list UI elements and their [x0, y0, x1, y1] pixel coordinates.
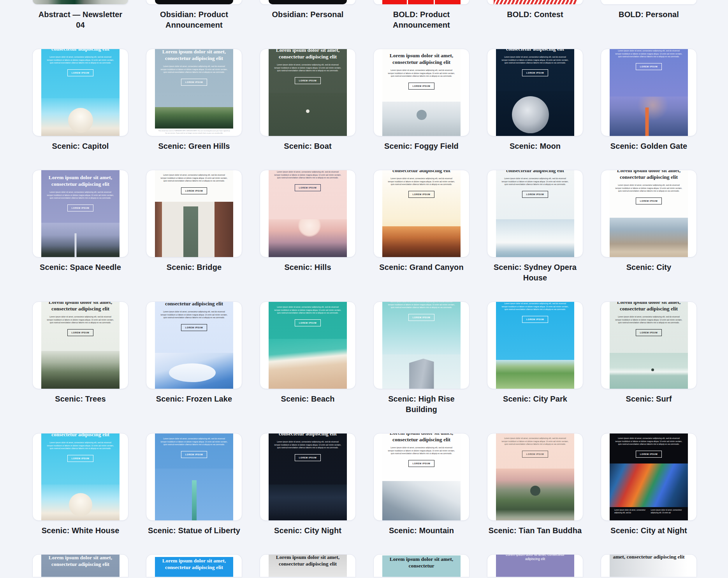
- template-card[interactable]: Lorem ipsum dolor sit amet, consectetur …: [146, 433, 242, 521]
- template-label: Obsidian: Product Announcement: [146, 9, 242, 30]
- scene-orb: [637, 97, 668, 121]
- template-card[interactable]: [260, 0, 356, 5]
- template-cell: Lorem ipsum dolor sit amet, consectetur …: [146, 554, 242, 577]
- template-cell: Lorem ipsum dolor sit amet, consectetur …: [32, 554, 128, 577]
- stub-inner: Lorem ipsum dolor sit amet, consectetur …: [41, 555, 120, 577]
- stub-inner: Lorem ipsum dolor sit amet, consectetur …: [496, 555, 574, 577]
- preview-scene: [382, 226, 461, 257]
- preview-body: Lorem ipsum dolor sit amet, consectetur …: [382, 177, 461, 186]
- template-preview: Lorem ipsum dolor sit amet, consectetur …: [155, 49, 233, 136]
- template-cell: Lorem ipsum dolor sit amet, consectetur …: [260, 170, 356, 283]
- preview-cta-button: LOREM IPSUM: [636, 197, 662, 204]
- template-preview: Lorem ipsum dolor sit amet, consectetur …: [610, 302, 688, 389]
- preview-content: Lorem ipsum dolor sit amet, consectetur …: [269, 306, 347, 326]
- preview-cta-button: LOREM IPSUM: [181, 324, 207, 331]
- template-card[interactable]: Lorem ipsum dolor sit amet, consectetur …: [146, 301, 242, 389]
- template-card[interactable]: Lorem ipsum dolor sit amet, consectetur …: [601, 170, 697, 257]
- template-card[interactable]: Lorem ipsum dolor sit amet, consectetur …: [146, 554, 242, 577]
- preview-scene: [269, 93, 347, 137]
- template-card[interactable]: Lorem ipsum dolor sit amet, consectetur …: [487, 433, 583, 521]
- template-card[interactable]: [373, 0, 470, 5]
- template-cell: Lorem ipsum dolor sit amet, consectetur …: [146, 170, 242, 283]
- template-label: Scenic: Green Hills: [146, 141, 242, 152]
- preview-cta-button: LOREM IPSUM: [181, 187, 207, 194]
- preview-scene: [155, 353, 233, 389]
- template-card[interactable]: Lorem ipsum dolor sit amet, consectetur …: [601, 49, 697, 136]
- preview-body: Lorem ipsum dolor sit amet, consectetur …: [41, 56, 120, 65]
- template-card[interactable]: [32, 0, 128, 5]
- preview-scene: [41, 223, 120, 257]
- template-preview: Lorem ipsum dolor sit amet, consectetur …: [41, 302, 120, 389]
- template-label: Scenic: Moon: [487, 141, 583, 152]
- template-card[interactable]: Lorem ipsum dolor sit amet, consectetur …: [487, 301, 583, 389]
- template-card[interactable]: [487, 0, 583, 5]
- template-card[interactable]: [146, 0, 242, 5]
- template-cell: Lorem ipsum dolor sit amet, consectetur …: [32, 301, 128, 415]
- preview-cta-button: LOREM IPSUM: [67, 69, 93, 76]
- template-label: Scenic: Grand Canyon: [373, 262, 470, 273]
- template-card[interactable]: Lorem ipsum dolor sit amet, consectetur …: [373, 170, 470, 257]
- preview-cta-button: LOREM IPSUM: [408, 83, 434, 90]
- template-label: Scenic: Boat: [260, 141, 356, 152]
- preview-body: Lorem ipsum dolor sit amet, consectetur …: [269, 171, 347, 180]
- preview-scene: [269, 219, 347, 257]
- template-card[interactable]: Lorem ipsum dolor sit amet, consectetur …: [260, 49, 356, 136]
- stub-inner: amet, consectetur adipiscing elit: [610, 555, 688, 577]
- template-preview: Lorem ipsum dolor sit amet, consectetur …: [41, 170, 120, 257]
- preview-scene: [41, 98, 120, 136]
- preview-content: Lorem ipsum dolor sit amet, consectetur …: [382, 170, 461, 198]
- template-preview: Lorem ipsum dolor sit amet, consectetur …: [382, 302, 461, 389]
- template-cell: Lorem ipsum dolor sit amet, consectetur …: [487, 301, 583, 415]
- template-preview: Lorem ipsum dolor sit amet, consectetur …: [155, 170, 233, 257]
- template-card[interactable]: Lorem ipsum dolor sit amet, consectetur …: [487, 170, 583, 257]
- template-preview-strip: [601, 0, 696, 4]
- stub-heading: Lorem ipsum dolor sit amet, consectetur …: [496, 555, 574, 561]
- preview-body: Lorem ipsum dolor sit amet, consectetur …: [269, 306, 347, 315]
- template-label: Scenic: Trees: [32, 394, 128, 404]
- scene-orb: [69, 493, 92, 516]
- template-cell: Lorem ipsum dolor sit amet, consectetur …: [146, 301, 242, 415]
- template-card[interactable]: [601, 0, 697, 5]
- template-cell: Lorem ipsum dolor sit amet, consectetur …: [487, 170, 583, 283]
- template-cell: Lorem ipsum dolor sit amet, consectetur …: [601, 301, 697, 415]
- template-cell: Lorem ipsum dolor sit amet, consectetur …: [373, 170, 470, 283]
- template-cell: Lorem ipsum dolor sit amet, consectetur …: [373, 301, 470, 415]
- template-card[interactable]: Lorem ipsum dolor sit amet, consectetur …: [32, 433, 128, 521]
- template-card[interactable]: Lorem ipsum dolor sit amet, consectetur …: [32, 301, 128, 389]
- template-card[interactable]: Lorem ipsum dolor sit amet, consectetur …: [260, 433, 356, 521]
- preview-heading: Lorem ipsum dolor sit amet, consectetur …: [496, 49, 574, 52]
- template-card[interactable]: Lorem ipsum dolor sit amet, consectetur …: [146, 170, 242, 257]
- preview-heading: Lorem ipsum dolor sit amet, consectetur …: [155, 302, 233, 307]
- template-card[interactable]: Lorem ipsum dolor sit amet, consectetur …: [601, 433, 697, 521]
- preview-content: Lorem ipsum dolor sit amet, consectetur …: [496, 49, 574, 76]
- preview-scene: [496, 219, 574, 257]
- template-card[interactable]: Lorem ipsum dolor sit amet, consectetur …: [373, 301, 470, 389]
- template-card[interactable]: amet, consectetur adipiscing elit: [601, 554, 697, 577]
- template-preview: Lorem ipsum dolor sit amet, consectetur …: [610, 49, 688, 136]
- template-cell: Lorem ipsum dolor sit amet, consectetur …: [373, 433, 470, 536]
- template-card[interactable]: Lorem ipsum dolor sit amet, consectetur …: [146, 49, 242, 136]
- template-label: Scenic: Capitol: [32, 141, 128, 152]
- preview-content: Lorem ipsum dolor sit amet, consectetur …: [382, 302, 461, 321]
- template-card[interactable]: Lorem ipsum dolor sit amet, consectetur …: [32, 554, 128, 577]
- template-card[interactable]: Lorem ipsum dolor sit amet, consectetur …: [260, 170, 356, 257]
- template-cell: Lorem ipsum dolor sit amet, consectetur …: [487, 433, 583, 536]
- template-card[interactable]: Lorem ipsum dolor sit amet, consectetur …: [32, 49, 128, 136]
- template-cell: Lorem ipsum dolor sit amet, consectetur …: [260, 301, 356, 415]
- template-card[interactable]: Lorem ipsum dolor sit amet, consectetur …: [487, 49, 583, 136]
- template-card[interactable]: Lorem ipsum dolor sit amet, consectetur …: [32, 170, 128, 257]
- preview-body: Lorem ipsum dolor sit amet, consectetur …: [496, 56, 574, 65]
- template-card[interactable]: Lorem ipsum dolor sit amet, consectetur …: [373, 433, 470, 521]
- preview-content: Lorem ipsum dolor sit amet, consectetur …: [155, 437, 233, 458]
- template-card[interactable]: Lorem ipsum dolor sit amet, consectetur …: [260, 301, 356, 389]
- template-card[interactable]: Lorem ipsum dolor sit amet, consectetur …: [260, 554, 356, 577]
- template-card[interactable]: Lorem ipsum dolor sit amet, consectetur …: [601, 301, 697, 389]
- preview-cta-button: LOREM IPSUM: [408, 460, 434, 467]
- template-card[interactable]: Lorem ipsum dolor sit amet, consectetur …: [487, 554, 583, 577]
- preview-scene: [496, 360, 574, 389]
- preview-scene: [382, 481, 461, 521]
- stub-heading: Lorem ipsum dolor sit amet, consectetur …: [155, 557, 233, 571]
- preview-cta-button: LOREM IPSUM: [181, 451, 207, 458]
- template-card[interactable]: Lorem ipsum dolor sit amet, consectetur …: [373, 49, 470, 136]
- template-card[interactable]: Lorem ipsum dolor sit amet, consectetur: [373, 554, 470, 577]
